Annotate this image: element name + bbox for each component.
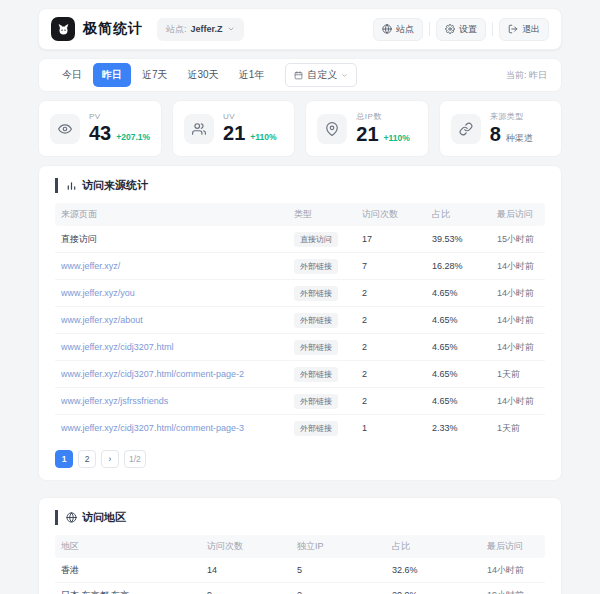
source-share: 16.28%: [432, 261, 497, 271]
header-button-settings[interactable]: 设置: [436, 18, 486, 41]
table-row: www.jeffer.xyz/you外部链接24.65%14小时前: [55, 280, 545, 307]
pagination-next-button[interactable]: ›: [101, 450, 119, 468]
sources-col-header-0: 来源页面: [61, 208, 294, 221]
stat-card-total-ip: 总IP数21+110%: [305, 100, 428, 157]
source-last-visit: 14小时前: [497, 341, 539, 354]
source-type-badge: 直接访问: [294, 232, 338, 247]
table-row: www.jeffer.xyz/cidj3207.html外部链接24.65%14…: [55, 334, 545, 361]
source-type-badge: 外部链接: [294, 367, 338, 382]
source-type-cell: 外部链接: [294, 340, 362, 355]
header-actions: 站点设置退出: [373, 18, 549, 41]
sources-title-text: 访问来源统计: [82, 178, 148, 193]
regions-title-text: 访问地区: [82, 510, 126, 525]
logout-icon: [508, 24, 518, 34]
region-share: 20.9%: [392, 590, 487, 594]
stat-label-uv: UV: [223, 112, 277, 121]
stat-label-total-ip: 总IP数: [356, 111, 410, 122]
source-page-link[interactable]: www.jeffer.xyz/you: [61, 288, 294, 298]
source-page-link[interactable]: www.jeffer.xyz/cidj3207.html: [61, 342, 294, 352]
stat-value-total-ip: 21: [356, 123, 378, 146]
source-page-link[interactable]: www.jeffer.xyz/cidj3207.html/comment-pag…: [61, 423, 294, 433]
source-type-cell: 外部链接: [294, 367, 362, 382]
gear-icon: [445, 24, 455, 34]
source-type-cell: 外部链接: [294, 259, 362, 274]
source-type-badge: 外部链接: [294, 259, 338, 274]
source-share: 39.53%: [432, 234, 497, 244]
pagination-page-2[interactable]: 2: [78, 450, 96, 468]
source-visits: 1: [362, 423, 432, 433]
source-visits: 17: [362, 234, 432, 244]
stat-value-pv: 43: [89, 122, 111, 145]
table-row: www.jeffer.xyz/jsfrssfriends外部链接24.65%14…: [55, 388, 545, 415]
header-button-logout[interactable]: 退出: [499, 18, 549, 41]
table-row: www.jeffer.xyz/外部链接716.28%14小时前: [55, 253, 545, 280]
app-header: 极简统计 站点: Jeffer.Z 站点设置退出: [38, 8, 562, 50]
pagination-page-1[interactable]: 1: [55, 450, 73, 468]
source-last-visit: 15小时前: [497, 233, 539, 246]
source-page-link[interactable]: www.jeffer.xyz/jsfrssfriends: [61, 396, 294, 406]
regions-section: 访问地区 地区访问次数独立IP占比最后访问 香港14532.6%14小时前日本 …: [38, 497, 562, 594]
app-title: 极简统计: [83, 20, 143, 38]
table-row: www.jeffer.xyz/about外部链接24.65%14小时前: [55, 307, 545, 334]
source-share: 4.65%: [432, 342, 497, 352]
stat-value-uv: 21: [223, 122, 245, 145]
source-page-link[interactable]: www.jeffer.xyz/cidj3207.html/comment-pag…: [61, 369, 294, 379]
source-visits: 7: [362, 261, 432, 271]
pin-icon: [317, 114, 347, 144]
sources-pagination: 12›1/2: [55, 450, 545, 468]
regions-col-header-4: 最后访问: [487, 540, 539, 553]
sources-section-title: 访问来源统计: [55, 178, 545, 193]
filter-tab-last30days[interactable]: 近30天: [179, 63, 228, 87]
current-range-label: 当前: 昨日: [506, 69, 547, 82]
site-selector-value: Jeffer.Z: [191, 24, 223, 34]
table-row: www.jeffer.xyz/cidj3207.html/comment-pag…: [55, 361, 545, 388]
source-type-badge: 外部链接: [294, 313, 338, 328]
sources-col-header-2: 访问次数: [362, 208, 432, 221]
filter-tab-today[interactable]: 今日: [53, 63, 91, 87]
regions-col-header-0: 地区: [61, 540, 207, 553]
bar-chart-icon: [66, 180, 77, 191]
source-type-cell: 外部链接: [294, 286, 362, 301]
source-page-link[interactable]: www.jeffer.xyz/about: [61, 315, 294, 325]
source-page-link[interactable]: www.jeffer.xyz/: [61, 261, 294, 271]
source-last-visit: 14小时前: [497, 395, 539, 408]
table-row: 日本 东京都 东京9220.9%19小时前: [55, 583, 545, 594]
source-type-badge: 外部链接: [294, 286, 338, 301]
globe-icon: [66, 512, 77, 523]
page: 极简统计 站点: Jeffer.Z 站点设置退出 今日昨日近7天近30天近1年 …: [0, 0, 600, 594]
filter-tab-last1year[interactable]: 近1年: [230, 63, 274, 87]
filter-tab-yesterday[interactable]: 昨日: [93, 63, 131, 87]
header-actions-divider: [492, 22, 493, 36]
regions-col-header-3: 占比: [392, 540, 487, 553]
custom-range-button[interactable]: 自定义: [285, 63, 357, 87]
source-page-text: 直接访问: [61, 233, 294, 246]
source-visits: 2: [362, 342, 432, 352]
stat-value-line-source-type: 8种渠道: [490, 123, 533, 146]
header-button-site-label: 站点: [396, 23, 414, 36]
region-last-visit: 14小时前: [487, 564, 539, 577]
stat-delta-total-ip: +110%: [384, 133, 410, 143]
source-type-badge: 外部链接: [294, 394, 338, 409]
source-share: 2.33%: [432, 423, 497, 433]
header-button-site[interactable]: 站点: [373, 18, 423, 41]
stat-card-uv: UV21+110%: [172, 100, 295, 157]
source-share: 4.65%: [432, 288, 497, 298]
regions-section-title: 访问地区: [55, 510, 545, 525]
chevron-down-icon: [341, 72, 348, 79]
region-unique-ips: 2: [297, 590, 392, 594]
stat-card-total-ip-content: 总IP数21+110%: [356, 111, 410, 146]
stat-card-uv-content: UV21+110%: [223, 112, 277, 145]
stat-delta-pv: +207.1%: [116, 132, 150, 142]
stat-delta-uv: +110%: [250, 132, 276, 142]
regions-table-body: 香港14532.6%14小时前日本 东京都 东京9220.9%19小时前美国 加…: [55, 558, 545, 594]
source-last-visit: 14小时前: [497, 260, 539, 273]
custom-range-label: 自定义: [307, 68, 337, 82]
filter-tab-last7days[interactable]: 近7天: [133, 63, 177, 87]
stat-cards: PV43+207.1%UV21+110%总IP数21+110%来源类型8种渠道: [38, 100, 562, 157]
sources-col-header-1: 类型: [294, 208, 362, 221]
source-visits: 2: [362, 288, 432, 298]
site-selector[interactable]: 站点: Jeffer.Z: [157, 18, 244, 41]
source-type-badge: 外部链接: [294, 340, 338, 355]
regions-col-header-2: 独立IP: [297, 540, 392, 553]
region-visits: 9: [207, 590, 297, 594]
